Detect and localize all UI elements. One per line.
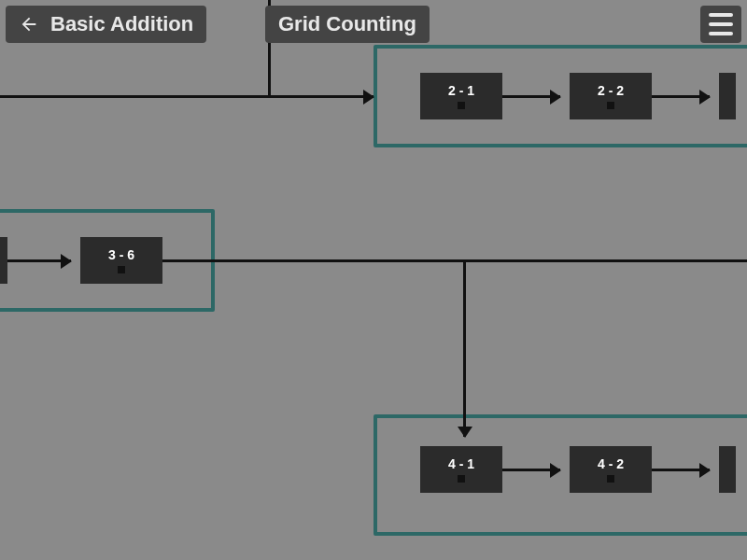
graph-node[interactable] — [719, 446, 736, 493]
node-label: 2 - 1 — [448, 83, 474, 98]
menu-button[interactable] — [700, 6, 741, 43]
node-label: 4 - 2 — [598, 456, 624, 471]
node-status-icon — [458, 475, 465, 483]
graph-node[interactable]: 2 - 2 — [570, 73, 652, 119]
arrow-left-icon — [19, 14, 39, 35]
graph-node[interactable]: 4 - 2 — [570, 446, 652, 493]
section-title-label: Grid Counting — [278, 12, 416, 36]
edge-arrow — [463, 259, 466, 437]
node-label: 2 - 2 — [598, 83, 624, 98]
back-label: Basic Addition — [50, 12, 193, 36]
hamburger-icon — [709, 22, 733, 26]
section-title: Grid Counting — [265, 6, 430, 43]
edge-arrow — [502, 95, 560, 98]
node-status-icon — [458, 102, 465, 109]
node-status-icon — [607, 102, 614, 109]
graph-node[interactable]: 2 - 1 — [420, 73, 502, 119]
edge-arrow — [652, 95, 710, 98]
graph-node[interactable] — [719, 73, 736, 119]
graph-node[interactable]: 3 - 6 — [80, 237, 162, 284]
node-label: 4 - 1 — [448, 456, 474, 471]
edge-line — [162, 259, 747, 262]
hamburger-icon — [709, 32, 733, 35]
edge-arrow — [0, 95, 374, 98]
node-label: 3 - 6 — [108, 247, 134, 262]
edge-arrow — [7, 259, 71, 262]
hamburger-icon — [709, 13, 733, 17]
back-button[interactable]: Basic Addition — [6, 6, 206, 43]
edge-arrow — [652, 469, 710, 471]
node-status-icon — [118, 266, 125, 273]
graph-node[interactable]: 4 - 1 — [420, 446, 502, 493]
diagram-canvas[interactable]: 2 - 12 - 23 - 64 - 14 - 2 Basic Addition… — [0, 0, 747, 560]
node-status-icon — [607, 475, 614, 483]
edge-arrow — [502, 469, 560, 471]
graph-node[interactable] — [0, 237, 7, 284]
